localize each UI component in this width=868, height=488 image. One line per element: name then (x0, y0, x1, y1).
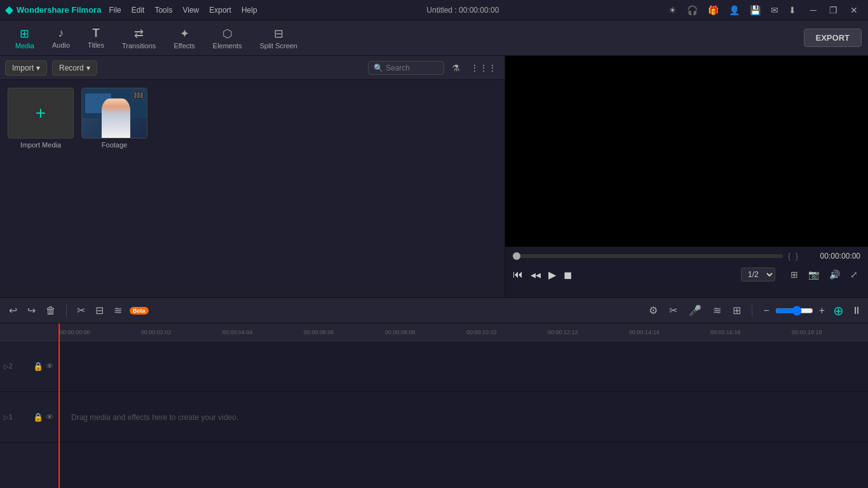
ruler-mark-7: 00:00:14:14 (629, 329, 660, 336)
track-1-label: ▷1 (0, 414, 13, 421)
save-icon[interactable]: 💾 (750, 5, 761, 15)
footage-item[interactable]: Footage (81, 88, 147, 149)
audio-icon: ♪ (58, 27, 64, 40)
footage-clip-icon (133, 91, 144, 100)
delete-button[interactable]: 🗑 (43, 304, 58, 318)
add-track-button[interactable]: ⊕ (833, 303, 844, 318)
maximize-button[interactable]: ❐ (825, 4, 841, 17)
tool-media-label: Media (15, 42, 34, 50)
import-media-item[interactable]: + Import Media (8, 88, 74, 149)
quality-select[interactable]: 1/2 1/4 Full (741, 268, 775, 281)
export-button[interactable]: EXPORT (804, 29, 862, 47)
track-1-row: Drag media and effects here to create yo… (58, 392, 868, 443)
headphone-icon[interactable]: 🎧 (687, 5, 698, 15)
tool-elements-label: Elements (213, 42, 242, 50)
footage-label: Footage (102, 141, 127, 149)
tool-titles[interactable]: T Titles (79, 24, 113, 51)
sun-icon[interactable]: ☀ (668, 5, 677, 15)
audio-settings-button[interactable]: ≋ (111, 303, 125, 318)
tool-transitions[interactable]: ⇄ Transitions (113, 24, 165, 52)
elements-icon: ⬡ (222, 27, 233, 41)
progress-bar[interactable] (513, 254, 783, 258)
tool-media[interactable]: ⊞ Media (6, 24, 43, 52)
ruler-mark-1: 00:00:02:02 (141, 329, 172, 336)
bracket-open: { (788, 252, 790, 261)
minimize-button[interactable]: ─ (806, 4, 820, 17)
timeline-tracks: 00:00:00:00 00:00:02:02 00:00:04:04 00:0… (58, 323, 868, 488)
ruler-mark-9: 00:00:18:18 (792, 329, 822, 336)
progress-thumb[interactable] (513, 252, 520, 260)
search-icon: 🔍 (374, 64, 383, 72)
menu-edit[interactable]: Edit (132, 6, 145, 15)
redo-button[interactable]: ↪ (25, 303, 38, 318)
record-chevron-icon: ▾ (86, 64, 90, 72)
menu-help[interactable]: Help (241, 6, 257, 15)
zoom-controls: − + (760, 304, 828, 318)
ruler-mark-6: 00:00:12:12 (548, 329, 578, 336)
effects-icon: ✦ (180, 27, 189, 41)
ruler-mark-8: 00:00:16:16 (710, 329, 741, 336)
zoom-in-button[interactable]: + (816, 304, 828, 318)
track-1-visible-icon[interactable]: 👁 (46, 412, 54, 422)
download-icon[interactable]: ⬇ (789, 5, 796, 15)
track-1-lock-icon[interactable]: 🔒 (33, 412, 43, 422)
zoom-slider[interactable] (775, 306, 813, 316)
tool-elements[interactable]: ⬡ Elements (204, 24, 251, 52)
stop-button[interactable]: ◼ (564, 269, 572, 281)
mail-icon[interactable]: ✉ (771, 5, 778, 15)
search-box[interactable]: 🔍 (368, 61, 444, 75)
menu-export[interactable]: Export (209, 6, 231, 15)
track-2-label: ▷2 (0, 363, 13, 370)
tl-crop-icon[interactable]: ⊞ (729, 303, 744, 318)
screenshot-icon[interactable]: 📷 (806, 268, 822, 281)
timeline-area: ↩ ↪ 🗑 ✂ ⊟ ≋ Beta ⚙ ✂ 🎤 ≋ ⊞ − + ⊕ ⏸ (0, 297, 868, 488)
menu-file[interactable]: File (109, 6, 121, 15)
preview-controls: { } 00:00:00:00 ⏮ ◂◂ ▶ ◼ 1/2 1/4 Full ⊞ … (505, 247, 868, 297)
user-icon[interactable]: 👤 (729, 5, 740, 15)
search-input[interactable] (386, 64, 437, 72)
app-name: Wondershare Filmora (17, 5, 101, 15)
media-grid: + Import Media (0, 80, 505, 297)
track-2-lock-icon[interactable]: 🔒 (33, 362, 43, 371)
close-button[interactable]: ✕ (846, 4, 862, 17)
footage-thumb[interactable] (81, 88, 147, 139)
tl-mic-icon[interactable]: 🎤 (686, 303, 705, 318)
record-dropdown[interactable]: Record ▾ (52, 60, 97, 76)
timeline-right-controls: ⚙ ✂ 🎤 ≋ ⊞ − + ⊕ ⏸ (646, 303, 862, 318)
import-media-thumb[interactable]: + (8, 88, 74, 139)
tool-effects[interactable]: ✦ Effects (165, 24, 203, 52)
preview-right-controls: ⊞ 📷 🔊 ⤢ (788, 268, 860, 281)
ruler-mark-4: 00:00:08:08 (385, 329, 416, 336)
tl-settings-icon[interactable]: ⚙ (646, 303, 661, 318)
tool-splitscreen[interactable]: ⊟ Split Screen (251, 24, 306, 52)
track-2-visible-icon[interactable]: 👁 (46, 362, 54, 371)
grid-view-icon[interactable]: ⋮⋮⋮ (468, 62, 499, 74)
menu-tools[interactable]: Tools (154, 6, 172, 15)
tool-splitscreen-label: Split Screen (260, 42, 297, 50)
tool-audio[interactable]: ♪ Audio (43, 24, 79, 51)
titles-icon: T (93, 27, 100, 40)
step-back-button[interactable]: ⏮ (513, 269, 523, 280)
titlebar-menu: File Edit Tools View Export Help (109, 6, 257, 15)
zoom-out-button[interactable]: − (760, 304, 772, 318)
fullscreen-icon[interactable]: ⊞ (788, 268, 801, 281)
import-dropdown[interactable]: Import ▾ (5, 60, 47, 76)
ruler-mark-2: 00:00:04:04 (222, 329, 253, 336)
frame-back-button[interactable]: ◂◂ (531, 269, 541, 281)
gift-icon[interactable]: 🎁 (708, 5, 719, 15)
plus-icon: + (36, 103, 46, 123)
expand-icon[interactable]: ⤢ (848, 268, 860, 281)
play-button[interactable]: ▶ (548, 269, 556, 281)
tl-clip-icon[interactable]: ✂ (666, 303, 681, 318)
undo-button[interactable]: ↩ (6, 303, 20, 318)
split-button[interactable]: ⊟ (93, 303, 106, 318)
volume-icon[interactable]: 🔊 (827, 268, 843, 281)
timeline-pause-button[interactable]: ⏸ (851, 305, 862, 316)
beta-badge: Beta (130, 307, 149, 315)
track-headers: ▷2 🔒 👁 ▷1 🔒 👁 (0, 323, 58, 488)
menu-view[interactable]: View (182, 6, 199, 15)
filter-icon[interactable]: ⚗ (449, 62, 463, 74)
cut-button[interactable]: ✂ (74, 303, 88, 318)
project-title: Untitled : 00:00:00:00 (426, 6, 499, 15)
tl-audio-wave-icon[interactable]: ≋ (710, 303, 724, 318)
